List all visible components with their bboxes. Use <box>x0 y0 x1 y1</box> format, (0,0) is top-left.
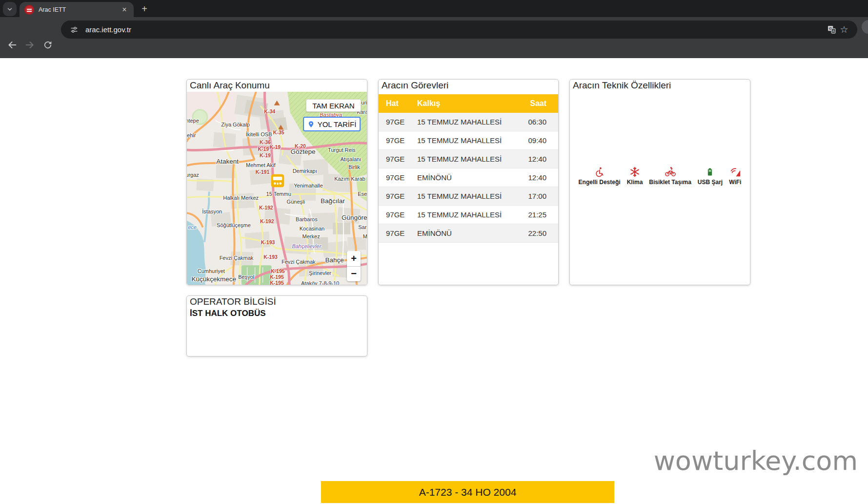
column-header-kalkis: Kalkış <box>417 94 508 113</box>
operator-info-panel: OPERATOR BİLGİSİ İST HALK OTOBÜS <box>186 295 367 357</box>
forward-button[interactable] <box>23 39 36 51</box>
cell-saat: 22:50 <box>508 224 558 243</box>
close-tab-button[interactable]: × <box>120 5 129 14</box>
table-row: 97GE15 TEMMUZ MAHALLESİ12:40 <box>379 150 558 168</box>
url-text[interactable]: arac.iett.gov.tr <box>85 25 825 34</box>
road-label: K-20 <box>295 143 306 149</box>
battery-icon <box>706 167 714 177</box>
column-header-hat: Hat <box>379 94 417 113</box>
map-zoom-control: + − <box>347 251 361 281</box>
table-row: 97GE15 TEMMUZ MAHALLESİ17:00 <box>379 187 558 206</box>
tab-search-button[interactable] <box>3 2 17 16</box>
browser-tab-strip: Arac IETT × + <box>0 0 868 17</box>
feature-bicycle-carry: Bisiklet Taşıma <box>649 167 691 186</box>
technical-features-panel: Aracın Teknik Özellikleri Engelli Desteğ… <box>569 79 750 285</box>
vehicle-tasks-panel: Aracın Görevleri Hat Kalkış Saat 97GE15 … <box>378 79 559 285</box>
refresh-icon <box>43 40 53 50</box>
cell-hat: 97GE <box>379 206 417 224</box>
feature-label: WiFi <box>729 179 741 186</box>
feature-accessibility: Engelli Desteği <box>579 167 621 186</box>
road-label: K-19 <box>269 144 281 150</box>
cell-saat: 12:40 <box>508 168 558 187</box>
cell-kalkis: 15 TEMMUZ MAHALLESİ <box>417 131 508 150</box>
table-row: 97GE15 TEMMUZ MAHALLESİ21:25 <box>379 206 558 224</box>
road-label: K-195 <box>271 268 285 274</box>
zoom-out-button[interactable]: − <box>347 267 361 282</box>
bicycle-icon <box>665 167 676 177</box>
feature-air-conditioning: Klima <box>627 167 643 186</box>
cell-saat: 06:30 <box>508 113 558 131</box>
watermark: wowturkey.com <box>654 445 858 476</box>
feature-label: Engelli Desteği <box>579 179 621 186</box>
column-header-saat: Saat <box>508 94 558 113</box>
table-row: 97GE15 TEMMUZ MAHALLESİ09:40 <box>379 131 558 150</box>
directions-button[interactable]: YOL TARİFİ <box>303 117 361 131</box>
directions-button-label: YOL TARİFİ <box>318 120 357 128</box>
new-tab-button[interactable]: + <box>139 3 150 15</box>
road-label: K-192 <box>260 218 274 224</box>
road-label: K-34 <box>264 108 275 114</box>
live-location-panel: Canlı Araç Konumu <box>186 79 367 285</box>
cell-hat: 97GE <box>379 168 417 187</box>
back-button[interactable] <box>6 39 19 51</box>
wheelchair-icon <box>594 167 605 177</box>
road-label: K-19 <box>258 146 269 152</box>
browser-toolbar: arac.iett.gov.tr G A ☆ <box>0 17 868 58</box>
back-arrow-icon <box>7 40 18 50</box>
road-label: K-35 <box>273 129 284 135</box>
translate-icon: G A <box>827 25 836 34</box>
refresh-button[interactable] <box>41 39 54 51</box>
site-settings-button[interactable] <box>68 23 81 36</box>
forward-arrow-icon <box>24 40 35 50</box>
table-row: 97GEEMİNÖNÜ12:40 <box>379 168 558 187</box>
zoom-in-button[interactable]: + <box>347 251 361 267</box>
tasks-table: Hat Kalkış Saat 97GE15 TEMMUZ MAHALLESİ0… <box>379 94 558 243</box>
cell-kalkis: 15 TEMMUZ MAHALLESİ <box>417 206 508 224</box>
cell-hat: 97GE <box>379 131 417 150</box>
cell-hat: 97GE <box>379 150 417 168</box>
road-label: K-19 <box>260 152 271 158</box>
cell-kalkis: EMİNÖNÜ <box>417 224 508 243</box>
road-label: K-193 <box>263 254 278 260</box>
road-label: K-195 <box>270 274 284 280</box>
cell-kalkis: 15 TEMMUZ MAHALLESİ <box>417 113 508 131</box>
cell-kalkis: 15 TEMMUZ MAHALLESİ <box>417 187 508 206</box>
bookmark-star-icon[interactable]: ☆ <box>838 23 850 36</box>
address-bar[interactable]: arac.iett.gov.tr G A ☆ <box>61 21 857 39</box>
location-pin-icon <box>307 121 315 128</box>
translate-button[interactable]: G A <box>825 23 838 36</box>
vehicle-id-bar: A-1723 - 34 HO 2004 <box>321 481 614 503</box>
map-panel-title: Canlı Araç Konumu <box>187 80 367 92</box>
cell-saat: 17:00 <box>508 187 558 206</box>
operator-panel-title: OPERATOR BİLGİSİ <box>187 296 367 309</box>
feature-label: Bisiklet Taşıma <box>649 179 691 186</box>
cell-hat: 97GE <box>379 113 417 131</box>
page-content: Canlı Araç Konumu <box>0 58 868 504</box>
road-label: K-195 <box>270 280 284 285</box>
fullscreen-button[interactable]: TAM EKRAN <box>306 99 361 112</box>
features-panel-title: Aracın Teknik Özellikleri <box>570 80 750 92</box>
road-label: K-191 <box>256 169 270 175</box>
snowflake-icon <box>629 167 640 177</box>
map[interactable]: ntepeehirZiya Gökalpİkitelli OSBBaştabya… <box>187 92 367 285</box>
fullscreen-button-label: TAM EKRAN <box>312 102 354 110</box>
table-row: 97GE15 TEMMUZ MAHALLESİ06:30 <box>379 113 558 131</box>
bus-marker-icon[interactable] <box>271 174 284 187</box>
tasks-table-header-row: Hat Kalkış Saat <box>379 94 558 113</box>
tab-title: Arac IETT <box>39 6 120 13</box>
cell-kalkis: 15 TEMMUZ MAHALLESİ <box>417 150 508 168</box>
features-row: Engelli Desteği Klima <box>570 167 750 186</box>
site-settings-icon <box>70 25 79 34</box>
feature-label: Klima <box>627 179 643 186</box>
cell-saat: 12:40 <box>508 150 558 168</box>
feature-wifi: WiFi <box>729 167 741 186</box>
wifi-signal-icon <box>730 167 741 177</box>
road-label: K-193 <box>261 239 275 245</box>
chevron-down-icon <box>6 6 13 13</box>
table-row: 97GEEMİNÖNÜ22:50 <box>379 224 558 243</box>
cell-hat: 97GE <box>379 187 417 206</box>
operator-name: İST HALK OTOBÜS <box>187 309 367 318</box>
cell-hat: 97GE <box>379 224 417 243</box>
svg-text:A: A <box>832 29 834 33</box>
browser-tab[interactable]: Arac IETT × <box>20 2 134 17</box>
